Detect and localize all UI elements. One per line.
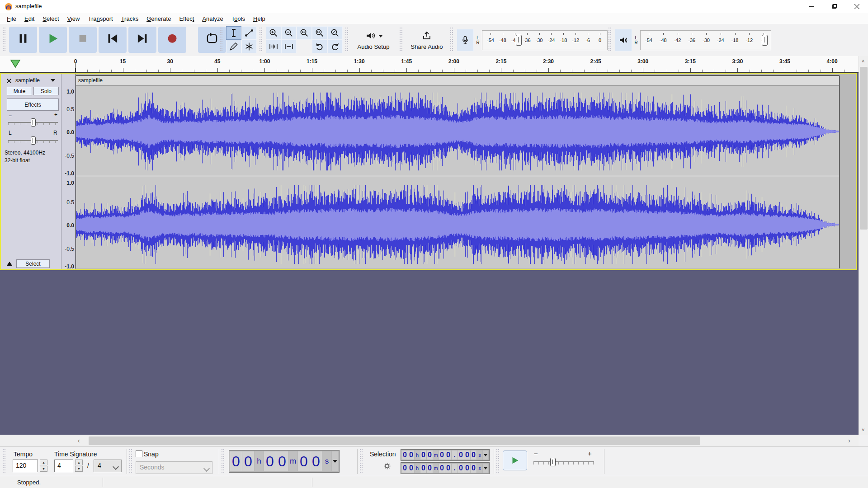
multi-tool[interactable] <box>241 40 257 53</box>
track-menu-caret-icon[interactable] <box>51 79 55 82</box>
selection-end-display[interactable]: 00h00m00.000s <box>401 462 490 474</box>
menu-generate[interactable]: Generate <box>142 14 175 23</box>
mute-button[interactable]: Mute <box>7 87 32 95</box>
time-display-digit[interactable]: 0 <box>264 451 276 471</box>
share-grip[interactable] <box>400 28 403 52</box>
zoom-grip[interactable] <box>259 28 263 52</box>
tempo-spinner[interactable]: ▲▼ <box>40 460 47 472</box>
play-button[interactable] <box>39 27 67 53</box>
scroll-left-icon[interactable]: ‹ <box>78 437 80 444</box>
tempo-input[interactable]: 120 <box>13 460 38 472</box>
gain-slider[interactable] <box>8 119 58 126</box>
menu-analyze[interactable]: Analyze <box>198 14 227 23</box>
sel-end-digit[interactable]: 0 <box>427 464 433 473</box>
solo-button[interactable]: Solo <box>33 87 59 95</box>
envelope-tool[interactable] <box>241 26 257 40</box>
skip-to-end-button[interactable] <box>128 27 156 53</box>
track-samplefile[interactable]: samplefile Mute Solo Effects − + L R Ste… <box>0 73 857 270</box>
zoom-selection-button[interactable] <box>297 26 312 40</box>
collapse-track-icon[interactable] <box>5 259 14 267</box>
time-signature-lower-select[interactable]: 4 <box>94 460 122 472</box>
time-display-digit[interactable]: 0 <box>298 451 310 471</box>
scroll-up-icon[interactable]: ˄ <box>862 58 864 64</box>
sel-end-digit[interactable]: 0 <box>445 464 451 473</box>
zoom-project-button[interactable] <box>312 26 327 40</box>
audio-setup-grip[interactable] <box>345 28 349 52</box>
close-button[interactable] <box>845 0 868 13</box>
tools-grip[interactable] <box>220 28 223 52</box>
rec-meter-volume-slider-thumb[interactable] <box>516 35 522 46</box>
zoom-toggle-button[interactable] <box>327 26 343 40</box>
time-display-digit[interactable]: 0 <box>310 451 322 471</box>
sel-start-digit[interactable]: 0 <box>408 450 414 460</box>
timeline-options-icon[interactable] <box>10 59 21 69</box>
selection-grip[interactable] <box>360 449 363 474</box>
skip-to-start-button[interactable] <box>99 27 127 53</box>
selection-tool[interactable] <box>226 26 241 40</box>
time-display-digit[interactable]: 0 <box>230 451 242 471</box>
play-meter-scale[interactable]: -54-48-42-36-30-24-18-12-6 <box>640 30 771 50</box>
vertical-scrollbar[interactable]: ˄ ˅ <box>859 56 868 435</box>
menu-tools[interactable]: Tools <box>227 14 249 23</box>
recording-meter[interactable]: LR-54-48-42-36-30-24-18-12-60 <box>457 28 608 53</box>
time-display-format-caret-icon[interactable] <box>332 451 338 471</box>
menu-help[interactable]: Help <box>249 14 269 23</box>
menu-select[interactable]: Select <box>38 14 63 23</box>
share-audio-button[interactable]: Share Audio <box>406 26 448 53</box>
waveform-canvas[interactable] <box>76 86 839 268</box>
draw-tool[interactable] <box>226 40 241 53</box>
play-at-speed-button[interactable] <box>503 450 527 470</box>
sel-end-digit[interactable]: 0 <box>471 464 476 473</box>
sel-start-format-caret-icon[interactable] <box>483 450 488 460</box>
play-meter-speaker-icon[interactable] <box>615 29 632 52</box>
zoom-in-button[interactable] <box>266 26 281 40</box>
sel-start-digit[interactable]: . <box>452 450 458 460</box>
sel-start-digit[interactable]: 0 <box>427 450 433 460</box>
sel-end-digit[interactable]: 0 <box>439 464 445 473</box>
sel-start-digit[interactable]: 0 <box>458 450 464 460</box>
gain-slider-thumb[interactable] <box>31 118 36 127</box>
rec-meter-scale[interactable]: -54-48-42-36-30-24-18-12-60 <box>482 30 608 50</box>
sel-end-digit[interactable]: 0 <box>464 464 470 473</box>
time-display-grip[interactable] <box>222 449 225 474</box>
pan-slider[interactable] <box>8 137 58 144</box>
sel-end-digit[interactable]: 0 <box>420 464 426 473</box>
time-signature-upper-input[interactable]: 4 <box>54 460 73 472</box>
play-speed-slider[interactable] <box>533 459 594 468</box>
playback-meter[interactable]: LR-54-48-42-36-30-24-18-12-6 <box>615 28 771 53</box>
time-display-digit[interactable]: 0 <box>276 451 288 471</box>
sel-start-digit[interactable]: 0 <box>420 450 426 460</box>
clip-header[interactable]: samplefile <box>76 76 839 86</box>
menu-tracks[interactable]: Tracks <box>117 14 143 23</box>
recording-meter-grip[interactable] <box>450 28 453 52</box>
pause-button[interactable] <box>9 27 37 53</box>
redo-button[interactable] <box>327 40 343 53</box>
menu-view[interactable]: View <box>63 14 84 23</box>
timeline-ruler[interactable]: 01530451:001:151:301:452:002:152:302:453… <box>0 56 868 73</box>
scroll-down-icon[interactable]: ˅ <box>862 427 864 433</box>
time-display-digit[interactable]: 0 <box>242 451 254 471</box>
trim-outside-selection-button[interactable] <box>266 40 281 53</box>
track-name[interactable]: samplefile <box>15 77 40 84</box>
transport-grip[interactable] <box>3 28 6 52</box>
silence-selection-button[interactable] <box>281 40 297 53</box>
audio-clip[interactable]: samplefile <box>75 75 840 268</box>
playback-meter-grip[interactable] <box>609 28 612 52</box>
selection-start-display[interactable]: 00h00m00.000s <box>401 449 490 461</box>
sel-end-digit[interactable]: 0 <box>402 464 408 473</box>
sel-start-digit[interactable]: 0 <box>471 450 476 460</box>
menu-transport[interactable]: Transport <box>84 14 117 23</box>
sel-start-digit[interactable]: 0 <box>445 450 451 460</box>
play-meter-volume-slider-thumb[interactable] <box>762 35 768 46</box>
pan-slider-thumb[interactable] <box>31 136 36 145</box>
selection-settings-gear-icon[interactable] <box>382 461 392 473</box>
menu-effect[interactable]: Effect <box>175 14 198 23</box>
effects-button[interactable]: Effects <box>7 99 59 111</box>
menu-file[interactable]: File <box>3 14 20 23</box>
play-speed-grip[interactable] <box>496 449 500 474</box>
sel-end-digit[interactable]: 0 <box>458 464 464 473</box>
empty-track-area[interactable] <box>0 272 859 435</box>
sel-end-format-caret-icon[interactable] <box>483 464 488 473</box>
minimize-button[interactable] <box>800 0 823 13</box>
sel-start-digit[interactable]: 0 <box>464 450 470 460</box>
